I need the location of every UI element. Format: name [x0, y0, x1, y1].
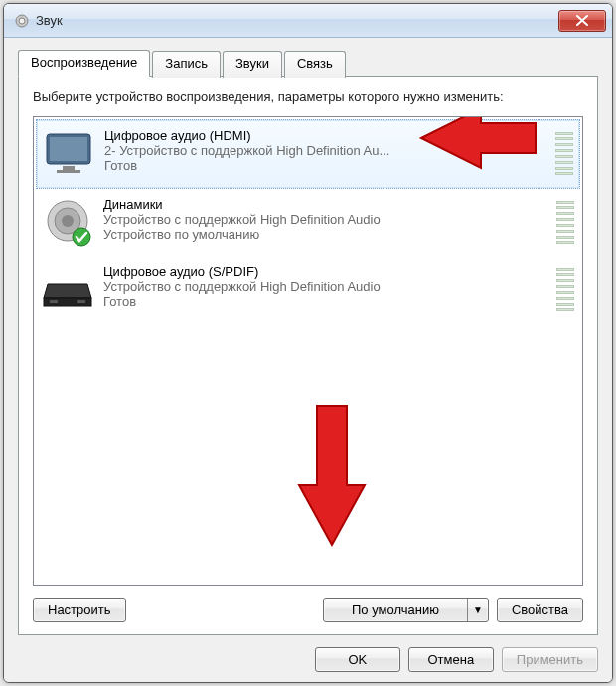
- device-list[interactable]: Цифровое аудио (HDMI) 2- Устройство с по…: [33, 116, 583, 586]
- ok-button[interactable]: OK: [315, 647, 400, 672]
- svg-rect-4: [63, 166, 75, 170]
- device-title: Цифровое аудио (HDMI): [104, 128, 549, 143]
- receiver-icon: [42, 264, 93, 316]
- vu-meter: [556, 197, 574, 249]
- tab-sounds[interactable]: Звуки: [223, 51, 282, 78]
- titlebar[interactable]: Звук: [4, 4, 612, 38]
- tab-recording[interactable]: Запись: [152, 51, 221, 78]
- device-subtitle: 2- Устройство с поддержкой High Definiti…: [104, 143, 549, 158]
- tab-communications[interactable]: Связь: [284, 51, 346, 78]
- svg-rect-12: [77, 300, 85, 303]
- client-area: Воспроизведение Запись Звуки Связь Выбер…: [4, 38, 612, 682]
- monitor-icon: [43, 128, 94, 180]
- svg-point-1: [19, 18, 25, 24]
- device-status: Готов: [103, 294, 550, 309]
- vu-meter: [556, 264, 574, 316]
- device-item-hdmi[interactable]: Цифровое аудио (HDMI) 2- Устройство с по…: [36, 119, 580, 189]
- svg-rect-5: [57, 170, 80, 173]
- annotation-arrow-default: [287, 401, 377, 550]
- device-status: Устройство по умолчанию: [103, 227, 550, 242]
- apply-button: Применить: [502, 647, 598, 672]
- set-default-dropdown[interactable]: ▼: [468, 599, 488, 621]
- device-title: Динамики: [103, 197, 550, 212]
- set-default-button[interactable]: По умолчанию ▼: [323, 598, 489, 622]
- device-text: Динамики Устройство с поддержкой High De…: [103, 197, 550, 242]
- sound-dialog: Звук Воспроизведение Запись Звуки Связь …: [3, 3, 613, 683]
- device-text: Цифровое аудио (S/PDIF) Устройство с под…: [103, 264, 550, 309]
- cancel-button[interactable]: Отмена: [408, 647, 494, 672]
- tab-playback[interactable]: Воспроизведение: [18, 50, 150, 77]
- close-button[interactable]: [558, 10, 606, 32]
- device-item-spdif[interactable]: Цифровое аудио (S/PDIF) Устройство с под…: [36, 257, 580, 324]
- panel-buttons: Настроить По умолчанию ▼ Свойства: [33, 598, 583, 622]
- window-title: Звук: [36, 13, 558, 28]
- playback-panel: Выберите устройство воспроизведения, пар…: [18, 76, 598, 635]
- device-subtitle: Устройство с поддержкой High Definition …: [103, 279, 550, 294]
- sound-icon: [14, 13, 30, 29]
- tab-strip: Воспроизведение Запись Звуки Связь: [18, 50, 598, 77]
- device-status: Готов: [104, 158, 549, 173]
- svg-rect-3: [50, 137, 87, 161]
- device-subtitle: Устройство с поддержкой High Definition …: [103, 212, 550, 227]
- instruction-text: Выберите устройство воспроизведения, пар…: [33, 88, 583, 106]
- configure-button[interactable]: Настроить: [33, 598, 126, 622]
- device-text: Цифровое аудио (HDMI) 2- Устройство с по…: [104, 128, 549, 173]
- device-item-speakers[interactable]: Динамики Устройство с поддержкой High De…: [36, 189, 580, 257]
- svg-rect-11: [50, 300, 58, 303]
- properties-button[interactable]: Свойства: [497, 598, 583, 622]
- set-default-main[interactable]: По умолчанию: [324, 599, 468, 621]
- dialog-buttons: OK Отмена Применить: [18, 647, 598, 672]
- device-title: Цифровое аудио (S/PDIF): [103, 264, 550, 279]
- svg-point-8: [62, 215, 74, 227]
- vu-meter: [555, 128, 573, 180]
- speaker-icon: [42, 197, 93, 249]
